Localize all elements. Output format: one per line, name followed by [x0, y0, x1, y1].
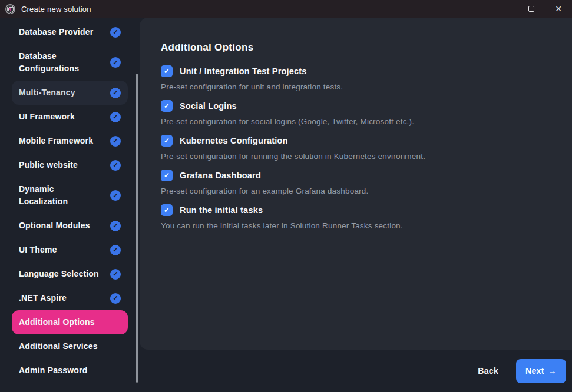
option-row[interactable]: ✓Kubernetes Configuration [161, 132, 548, 149]
arrow-right-icon: → [548, 366, 557, 376]
sidebar-item-label: Admin Password [19, 364, 87, 377]
checkbox-checked[interactable]: ✓ [161, 204, 173, 216]
sidebar-item-label: UI Theme [19, 244, 57, 256]
option-block: ✓Grafana DashboardPre-set configuration … [161, 167, 548, 197]
create-new-solution-window: { "window": { "title": "Create new solut… [0, 0, 572, 392]
step-complete-icon: ✓ [110, 112, 121, 122]
step-complete-icon: ✓ [110, 245, 121, 255]
window-controls: ✕ [491, 0, 572, 18]
sidebar-item[interactable]: Optional Modules✓ [12, 214, 128, 238]
option-label: Unit / Integration Test Projects [180, 67, 307, 76]
option-label: Grafana Dashboard [180, 171, 261, 180]
wizard-footer: Back Next → [140, 350, 572, 392]
checkbox-checked[interactable]: ✓ [161, 170, 173, 181]
option-row[interactable]: ✓Run the initial tasks [161, 202, 548, 218]
option-block: ✓Social LoginsPre-set configuration for … [161, 98, 548, 128]
sidebar-item-label: Dynamic Localization [19, 183, 105, 208]
checkbox-checked[interactable]: ✓ [161, 100, 173, 112]
sidebar-item-label: Database Provider [19, 26, 93, 38]
sidebar-scrollbar[interactable] [136, 74, 138, 383]
sidebar-item[interactable]: Language Selection✓ [12, 262, 128, 286]
page-title: Additional Options [161, 40, 548, 55]
options-list: ✓Unit / Integration Test ProjectsPre-set… [161, 63, 548, 232]
step-content-panel: Additional Options ✓Unit / Integration T… [140, 18, 572, 350]
option-block: ✓Kubernetes ConfigurationPre-set configu… [161, 132, 548, 162]
sidebar-item-label: Database Configurations [19, 50, 105, 75]
sidebar-item[interactable]: Database Provider✓ [12, 20, 128, 44]
step-complete-icon: ✓ [110, 57, 121, 68]
sidebar-item[interactable]: Additional Options [12, 310, 128, 334]
minimize-icon [501, 9, 508, 9]
sidebar-item-label: Language Selection [19, 268, 99, 280]
step-complete-icon: ✓ [110, 221, 121, 231]
sidebar-steps: Database Provider✓Database Configuration… [0, 20, 140, 383]
close-button[interactable]: ✕ [545, 0, 572, 18]
next-button-label: Next [525, 366, 544, 376]
back-button[interactable]: Back [478, 366, 498, 376]
step-complete-icon: ✓ [110, 269, 121, 280]
checkbox-checked[interactable]: ✓ [161, 135, 173, 147]
step-complete-icon: ✓ [110, 136, 121, 147]
step-complete-icon: ✓ [110, 27, 121, 38]
sidebar-item[interactable]: .NET Aspire✓ [12, 286, 128, 310]
sidebar-item[interactable]: Dynamic Localization✓ [12, 177, 128, 214]
sidebar-item-label: Additional Services [19, 340, 98, 353]
sidebar-item-label: Multi-Tenancy [19, 87, 75, 99]
next-button[interactable]: Next → [516, 359, 566, 383]
step-complete-icon: ✓ [110, 88, 121, 98]
checkbox-checked[interactable]: ✓ [161, 65, 173, 77]
maximize-button[interactable] [518, 0, 545, 18]
sidebar-item[interactable]: UI Theme✓ [12, 238, 128, 262]
minimize-button[interactable] [491, 0, 518, 18]
sidebar-item[interactable]: Mobile Framework✓ [12, 129, 128, 153]
sidebar-item-label: Mobile Framework [19, 135, 93, 147]
app-logo-icon [5, 4, 15, 14]
option-description: Pre-set configuration for unit and integ… [161, 81, 548, 93]
sidebar-item[interactable]: Public website✓ [12, 153, 128, 177]
sidebar-item[interactable]: Admin Password [12, 358, 128, 383]
sidebar-item[interactable]: Additional Services [12, 334, 128, 358]
step-complete-icon: ✓ [110, 190, 121, 201]
wizard-steps-sidebar: Database Provider✓Database Configuration… [0, 18, 140, 392]
option-row[interactable]: ✓Grafana Dashboard [161, 167, 548, 184]
close-icon: ✕ [555, 5, 562, 13]
option-description: Pre-set configuration for an example Gra… [161, 185, 548, 197]
option-row[interactable]: ✓Unit / Integration Test Projects [161, 63, 548, 79]
option-description: Pre-set configuration for social logins … [161, 116, 548, 128]
sidebar-item[interactable]: Database Configurations✓ [12, 44, 128, 81]
option-description: Pre-set configuration for running the so… [161, 151, 548, 162]
sidebar-item-label: UI Framework [19, 111, 75, 123]
option-description: You can run the initial tasks later in S… [161, 220, 548, 232]
sidebar-item[interactable]: UI Framework✓ [12, 105, 128, 129]
option-label: Kubernetes Configuration [180, 136, 288, 145]
option-label: Social Logins [180, 101, 237, 111]
option-label: Run the initial tasks [180, 205, 263, 215]
sidebar-item-label: Optional Modules [19, 220, 90, 232]
maximize-icon [528, 6, 534, 12]
step-complete-icon: ✓ [110, 293, 121, 304]
sidebar-item-label: Additional Options [19, 316, 95, 328]
option-block: ✓Run the initial tasksYou can run the in… [161, 202, 548, 232]
option-block: ✓Unit / Integration Test ProjectsPre-set… [161, 63, 548, 93]
sidebar-item-label: Public website [19, 159, 78, 171]
option-row[interactable]: ✓Social Logins [161, 98, 548, 114]
titlebar: Create new solution ✕ [0, 0, 572, 18]
sidebar-item[interactable]: Multi-Tenancy✓ [12, 81, 128, 105]
window-title: Create new solution [21, 5, 91, 14]
step-complete-icon: ✓ [110, 160, 121, 171]
sidebar-item-label: .NET Aspire [19, 292, 67, 304]
